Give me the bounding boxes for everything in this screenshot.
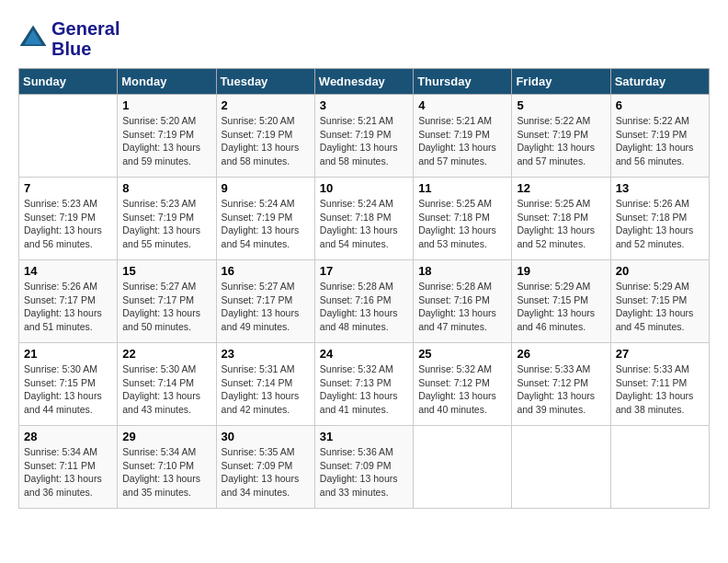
column-header-friday: Friday — [512, 69, 610, 95]
day-number: 18 — [418, 264, 506, 278]
day-info: Sunrise: 5:29 AM Sunset: 7:15 PM Dayligh… — [616, 280, 704, 334]
calendar-cell: 28Sunrise: 5:34 AM Sunset: 7:11 PM Dayli… — [19, 426, 118, 509]
calendar-cell: 6Sunrise: 5:22 AM Sunset: 7:19 PM Daylig… — [610, 95, 709, 178]
calendar-cell — [414, 426, 512, 509]
day-info: Sunrise: 5:32 AM Sunset: 7:12 PM Dayligh… — [418, 362, 506, 417]
calendar-cell — [512, 426, 610, 509]
day-number: 15 — [122, 264, 210, 278]
calendar-cell: 30Sunrise: 5:35 AM Sunset: 7:09 PM Dayli… — [216, 426, 314, 509]
day-number: 10 — [320, 181, 408, 195]
day-info: Sunrise: 5:27 AM Sunset: 7:17 PM Dayligh… — [222, 280, 310, 334]
calendar-cell: 19Sunrise: 5:29 AM Sunset: 7:15 PM Dayli… — [512, 260, 610, 343]
day-info: Sunrise: 5:30 AM Sunset: 7:14 PM Dayligh… — [122, 362, 210, 417]
calendar-cell: 25Sunrise: 5:32 AM Sunset: 7:12 PM Dayli… — [414, 343, 512, 426]
calendar-cell: 14Sunrise: 5:26 AM Sunset: 7:17 PM Dayli… — [19, 260, 118, 343]
day-info: Sunrise: 5:31 AM Sunset: 7:14 PM Dayligh… — [222, 362, 310, 417]
day-info: Sunrise: 5:33 AM Sunset: 7:12 PM Dayligh… — [517, 362, 605, 417]
calendar-cell: 2Sunrise: 5:20 AM Sunset: 7:19 PM Daylig… — [216, 95, 314, 178]
day-info: Sunrise: 5:35 AM Sunset: 7:09 PM Dayligh… — [222, 445, 310, 500]
calendar-cell: 20Sunrise: 5:29 AM Sunset: 7:15 PM Dayli… — [610, 260, 709, 343]
day-info: Sunrise: 5:23 AM Sunset: 7:19 PM Dayligh… — [24, 197, 112, 251]
calendar-cell: 24Sunrise: 5:32 AM Sunset: 7:13 PM Dayli… — [314, 343, 413, 426]
calendar-cell: 27Sunrise: 5:33 AM Sunset: 7:11 PM Dayli… — [610, 343, 709, 426]
day-info: Sunrise: 5:30 AM Sunset: 7:15 PM Dayligh… — [24, 362, 112, 417]
day-number: 16 — [222, 264, 310, 278]
day-number: 23 — [222, 347, 310, 361]
calendar-cell: 1Sunrise: 5:20 AM Sunset: 7:19 PM Daylig… — [118, 95, 216, 178]
day-number: 29 — [122, 430, 210, 443]
day-number: 5 — [517, 98, 605, 112]
day-number: 4 — [418, 98, 506, 112]
week-row-4: 21Sunrise: 5:30 AM Sunset: 7:15 PM Dayli… — [19, 343, 710, 426]
day-info: Sunrise: 5:20 AM Sunset: 7:19 PM Dayligh… — [222, 114, 310, 168]
day-info: Sunrise: 5:28 AM Sunset: 7:16 PM Dayligh… — [418, 280, 506, 334]
day-number: 24 — [320, 347, 408, 361]
day-info: Sunrise: 5:33 AM Sunset: 7:11 PM Dayligh… — [616, 362, 704, 417]
day-number: 12 — [517, 181, 605, 195]
calendar-cell: 17Sunrise: 5:28 AM Sunset: 7:16 PM Dayli… — [314, 260, 413, 343]
day-info: Sunrise: 5:24 AM Sunset: 7:19 PM Dayligh… — [222, 197, 310, 251]
calendar-header: SundayMondayTuesdayWednesdayThursdayFrid… — [19, 69, 710, 95]
day-info: Sunrise: 5:20 AM Sunset: 7:19 PM Dayligh… — [122, 114, 210, 168]
calendar-cell: 4Sunrise: 5:21 AM Sunset: 7:19 PM Daylig… — [414, 95, 512, 178]
calendar-cell: 7Sunrise: 5:23 AM Sunset: 7:19 PM Daylig… — [19, 178, 118, 260]
calendar-cell: 16Sunrise: 5:27 AM Sunset: 7:17 PM Dayli… — [216, 260, 314, 343]
day-number: 17 — [320, 264, 408, 278]
calendar-cell: 15Sunrise: 5:27 AM Sunset: 7:17 PM Dayli… — [118, 260, 216, 343]
day-info: Sunrise: 5:27 AM Sunset: 7:17 PM Dayligh… — [122, 280, 210, 334]
day-number: 9 — [222, 181, 310, 195]
day-number: 7 — [24, 181, 112, 195]
day-number: 1 — [122, 98, 210, 112]
calendar-cell: 26Sunrise: 5:33 AM Sunset: 7:12 PM Dayli… — [512, 343, 610, 426]
calendar-cell: 13Sunrise: 5:26 AM Sunset: 7:18 PM Dayli… — [610, 178, 709, 260]
day-info: Sunrise: 5:25 AM Sunset: 7:18 PM Dayligh… — [418, 197, 506, 251]
week-row-1: 1Sunrise: 5:20 AM Sunset: 7:19 PM Daylig… — [19, 95, 710, 178]
day-number: 27 — [616, 347, 704, 361]
calendar-cell: 5Sunrise: 5:22 AM Sunset: 7:19 PM Daylig… — [512, 95, 610, 178]
calendar-cell: 10Sunrise: 5:24 AM Sunset: 7:18 PM Dayli… — [314, 178, 413, 260]
day-info: Sunrise: 5:24 AM Sunset: 7:18 PM Dayligh… — [320, 197, 408, 251]
day-number: 14 — [24, 264, 112, 278]
column-header-wednesday: Wednesday — [314, 69, 413, 95]
day-number: 6 — [616, 98, 704, 112]
day-number: 30 — [222, 430, 310, 443]
day-number: 2 — [222, 98, 310, 112]
day-number: 28 — [24, 430, 112, 443]
page-header: General Blue — [18, 18, 710, 59]
day-info: Sunrise: 5:29 AM Sunset: 7:15 PM Dayligh… — [517, 280, 605, 334]
day-number: 20 — [616, 264, 704, 278]
calendar-body: 1Sunrise: 5:20 AM Sunset: 7:19 PM Daylig… — [19, 95, 710, 509]
calendar-cell: 3Sunrise: 5:21 AM Sunset: 7:19 PM Daylig… — [314, 95, 413, 178]
week-row-5: 28Sunrise: 5:34 AM Sunset: 7:11 PM Dayli… — [19, 426, 710, 509]
day-info: Sunrise: 5:26 AM Sunset: 7:18 PM Dayligh… — [616, 197, 704, 251]
day-number: 26 — [517, 347, 605, 361]
day-info: Sunrise: 5:22 AM Sunset: 7:19 PM Dayligh… — [616, 114, 704, 168]
logo-text: General Blue — [51, 18, 119, 59]
calendar-cell: 8Sunrise: 5:23 AM Sunset: 7:19 PM Daylig… — [118, 178, 216, 260]
calendar-cell: 18Sunrise: 5:28 AM Sunset: 7:16 PM Dayli… — [414, 260, 512, 343]
day-info: Sunrise: 5:25 AM Sunset: 7:18 PM Dayligh… — [517, 197, 605, 251]
week-row-3: 14Sunrise: 5:26 AM Sunset: 7:17 PM Dayli… — [19, 260, 710, 343]
calendar-table: SundayMondayTuesdayWednesdayThursdayFrid… — [18, 68, 710, 509]
day-info: Sunrise: 5:34 AM Sunset: 7:11 PM Dayligh… — [24, 445, 112, 500]
logo: General Blue — [18, 18, 119, 59]
day-number: 22 — [122, 347, 210, 361]
calendar-cell: 11Sunrise: 5:25 AM Sunset: 7:18 PM Dayli… — [414, 178, 512, 260]
day-number: 19 — [517, 264, 605, 278]
day-info: Sunrise: 5:32 AM Sunset: 7:13 PM Dayligh… — [320, 362, 408, 417]
day-info: Sunrise: 5:36 AM Sunset: 7:09 PM Dayligh… — [320, 445, 408, 500]
column-header-thursday: Thursday — [414, 69, 512, 95]
calendar-cell: 31Sunrise: 5:36 AM Sunset: 7:09 PM Dayli… — [314, 426, 413, 509]
calendar-cell: 29Sunrise: 5:34 AM Sunset: 7:10 PM Dayli… — [118, 426, 216, 509]
day-number: 3 — [320, 98, 408, 112]
day-info: Sunrise: 5:21 AM Sunset: 7:19 PM Dayligh… — [418, 114, 506, 168]
day-number: 11 — [418, 181, 506, 195]
calendar-cell: 9Sunrise: 5:24 AM Sunset: 7:19 PM Daylig… — [216, 178, 314, 260]
day-number: 13 — [616, 181, 704, 195]
logo-icon — [18, 24, 48, 53]
day-number: 8 — [122, 181, 210, 195]
day-number: 25 — [418, 347, 506, 361]
calendar-cell: 12Sunrise: 5:25 AM Sunset: 7:18 PM Dayli… — [512, 178, 610, 260]
day-info: Sunrise: 5:26 AM Sunset: 7:17 PM Dayligh… — [24, 280, 112, 334]
column-header-saturday: Saturday — [610, 69, 709, 95]
